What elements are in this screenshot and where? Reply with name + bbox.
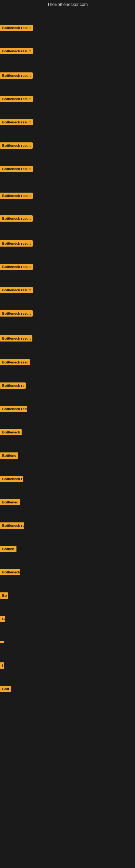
bottleneck-label: Bottleneck result <box>0 48 33 54</box>
bottleneck-label: Bottleneck result <box>0 335 32 341</box>
bottleneck-result-item: Bottleneck <box>0 569 20 577</box>
bottleneck-result-item: Bottleneck result <box>0 240 33 248</box>
bottleneck-label: Bottleneck <box>0 569 20 575</box>
bottleneck-result-item: Bott <box>0 686 11 693</box>
bottleneck-result-item: Bottleneck result <box>0 215 33 223</box>
bottleneck-label: Bottleneck result <box>0 119 33 125</box>
bottleneck-result-item: Bottleneck result <box>0 359 30 367</box>
site-title: TheBottlenecker.com <box>0 0 135 9</box>
bottleneck-result-item: Bottleneck result <box>0 119 33 126</box>
bottleneck-label: Bottleneck result <box>0 72 33 79</box>
bottleneck-label: Bott <box>0 686 11 692</box>
bottleneck-label: Bottleneck result <box>0 287 33 293</box>
bottleneck-result-item: Bottleneck re <box>0 522 24 530</box>
bottleneck-label: Bottleneck result <box>0 143 33 149</box>
bottleneck-label: Bottleneck result <box>0 193 33 199</box>
bottleneck-label: Bottleneck r <box>0 476 23 482</box>
bottleneck-label: Bottleneck re <box>0 522 24 529</box>
bottleneck-label: Bottleneck result <box>0 310 33 316</box>
bottleneck-label: Bottleneck re <box>0 382 26 389</box>
bottleneck-label: Bottleneck <box>0 429 21 435</box>
bottleneck-result-item: Bottleneck result <box>0 193 33 200</box>
bottleneck-result-item: Bottleneck result <box>0 72 33 80</box>
bottleneck-label: Bottleneck resul <box>0 406 27 412</box>
bottleneck-result-item: Bottleneck result <box>0 310 33 318</box>
bottleneck-result-item: Bo <box>0 592 8 600</box>
bottleneck-result-item: Bottlenec <box>0 499 20 506</box>
bottleneck-result-item: Bottleneck <box>0 429 21 436</box>
bottleneck-label: Bottleneck result <box>0 25 33 31</box>
bottleneck-result-item: Bottleneck resul <box>0 406 27 413</box>
bottleneck-result-item: Bottleneck result <box>0 96 33 103</box>
bottleneck-result-item: Bottleneck result <box>0 264 33 271</box>
bottleneck-result-item: Bottleneck result <box>0 335 32 343</box>
bottleneck-result-item: Bottleneck result <box>0 166 33 173</box>
bottleneck-result-item: Bottleneck result <box>0 287 33 294</box>
bottleneck-result-item <box>0 639 4 644</box>
bottleneck-label <box>0 641 4 643</box>
bottleneck-label: Bottleneck result <box>0 96 33 102</box>
bottleneck-label: Bottleneck result <box>0 240 33 247</box>
bottleneck-result-item: Bottlen <box>0 546 16 553</box>
bottleneck-result-item: Bottleneck result <box>0 48 33 55</box>
bottleneck-label: Bottlene <box>0 453 18 459</box>
bottleneck-label: Bottleneck result <box>0 166 33 172</box>
bottleneck-label: B <box>0 616 5 622</box>
bottleneck-result-item: Bottlene <box>0 453 18 460</box>
bottleneck-label: Bottleneck result <box>0 359 30 365</box>
bottleneck-label: Bottleneck result <box>0 264 33 270</box>
bottleneck-result-item: I <box>0 662 4 670</box>
bottleneck-result-item: Bottleneck re <box>0 382 26 390</box>
bottleneck-result-item: Bottleneck result <box>0 25 33 32</box>
bottleneck-label: I <box>0 662 4 669</box>
bottleneck-result-item: Bottleneck result <box>0 143 33 150</box>
bottleneck-label: Bottlen <box>0 546 16 552</box>
bottleneck-result-item: B <box>0 616 5 623</box>
bottleneck-label: Bo <box>0 592 8 599</box>
bottleneck-result-item: Bottleneck r <box>0 476 23 483</box>
bottleneck-label: Bottlenec <box>0 499 20 505</box>
bottleneck-label: Bottleneck result <box>0 215 33 222</box>
